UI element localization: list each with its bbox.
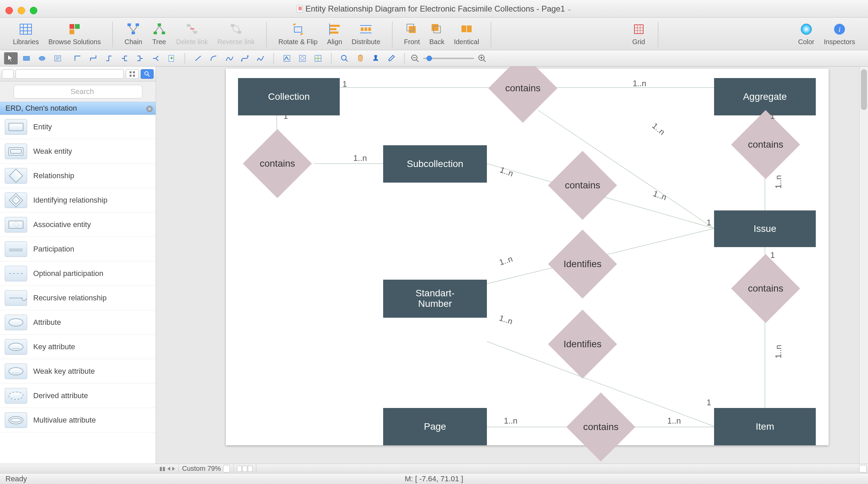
entity-collection[interactable]: Collection <box>238 78 340 115</box>
zoom-tool[interactable] <box>338 52 351 64</box>
stencil-recursive-relationship[interactable]: Recursive relationship <box>0 286 156 310</box>
stencil-label: Identifying relationship <box>33 196 107 205</box>
spline-tool[interactable] <box>222 52 236 64</box>
color-label: Color <box>798 38 814 46</box>
zoom-label-seg[interactable]: Custom 79% <box>179 464 234 473</box>
stencil-associative-entity[interactable]: Associative entity <box>0 212 156 237</box>
text-tool[interactable] <box>51 52 64 64</box>
entity-item[interactable]: Item <box>714 408 816 445</box>
stencil-key-attribute[interactable]: Key attribute <box>0 335 156 359</box>
arc-tool[interactable] <box>207 52 220 64</box>
browse-solutions-button[interactable]: Browse Solutions <box>44 20 106 47</box>
sidebar-search-view[interactable] <box>141 69 154 79</box>
zoom-in-icon[interactable] <box>477 54 487 63</box>
layout-buttons[interactable] <box>234 464 256 473</box>
eyedropper-tool[interactable] <box>384 52 398 64</box>
connector-split-tool[interactable] <box>149 52 163 64</box>
stencil-identifying-relationship[interactable]: Identifying relationship <box>0 188 156 212</box>
entity-standart-number[interactable]: Standart- Number <box>383 280 487 318</box>
stencil-entity[interactable]: Entity <box>0 115 156 139</box>
front-button[interactable]: Front <box>399 20 425 47</box>
connector-step-tool[interactable] <box>102 52 116 64</box>
zoom-track[interactable] <box>423 58 474 59</box>
stencil-close-icon[interactable]: ✕ <box>146 106 153 112</box>
maximize-window-button[interactable] <box>30 7 37 14</box>
search-input[interactable] <box>14 85 142 98</box>
ellipse-tool[interactable] <box>35 52 49 64</box>
corner-resize-icon[interactable] <box>859 465 867 472</box>
svg-rect-40 <box>634 25 643 34</box>
line-tool[interactable] <box>191 52 205 64</box>
rotate-flip-button[interactable]: Rotate & Flip <box>274 20 322 47</box>
inspectors-button[interactable]: i Inspectors <box>819 20 860 47</box>
zoom-out-icon[interactable] <box>410 54 420 63</box>
sidebar-ruler[interactable] <box>16 69 124 79</box>
connector-l-tool[interactable] <box>71 52 85 64</box>
stencil-derived-attribute[interactable]: Derived attribute <box>0 384 156 408</box>
freehand-tool[interactable] <box>254 52 267 64</box>
zoom-slider[interactable] <box>410 54 487 63</box>
connector-merge-tool[interactable] <box>134 52 147 64</box>
entity-label: Page <box>424 421 446 432</box>
stamp-tool[interactable] <box>369 52 382 64</box>
rel-identifies-2[interactable]: Identifies <box>548 310 617 379</box>
snap-grid-tool[interactable] <box>280 52 294 64</box>
sidebar-grid-view[interactable] <box>126 69 139 79</box>
stencil-weak-key-attribute[interactable]: Weak key attribute <box>0 359 156 384</box>
zoom-thumb[interactable] <box>427 56 432 61</box>
identical-button[interactable]: Identical <box>449 20 484 47</box>
minimize-window-button[interactable] <box>18 7 25 14</box>
libraries-button[interactable]: Libraries <box>8 20 44 47</box>
snap-object-tool[interactable] <box>296 52 309 64</box>
canvas-area[interactable]: Collection Aggregate Subcollection Issue… <box>156 67 868 464</box>
svg-line-12 <box>133 26 137 32</box>
close-window-button[interactable] <box>5 7 13 14</box>
entity-subcollection[interactable]: Subcollection <box>383 145 487 183</box>
stencil-optional-participation[interactable]: Optional participation <box>0 261 156 286</box>
zoom-stepper[interactable] <box>223 465 230 472</box>
vertical-scrollbar[interactable] <box>859 67 868 464</box>
sidebar-filter-dropdown[interactable] <box>2 69 14 79</box>
entity-issue[interactable]: Issue <box>714 210 816 247</box>
stencil-weak-entity[interactable]: Weak entity <box>0 139 156 164</box>
scrollbar-thumb[interactable] <box>861 69 867 110</box>
rectangle-tool[interactable] <box>20 52 33 64</box>
rel-contains-5[interactable]: contains <box>731 254 800 323</box>
reverse-link-button[interactable]: Reverse link <box>213 20 259 47</box>
rel-contains-3[interactable]: contains <box>548 151 617 220</box>
back-button[interactable]: Back <box>425 20 449 47</box>
prev-page-button[interactable] <box>167 467 170 471</box>
svg-rect-79 <box>130 75 132 77</box>
entity-aggregate[interactable]: Aggregate <box>714 78 816 115</box>
stencil-attribute[interactable]: Attribute <box>0 310 156 335</box>
title-dropdown-icon[interactable]: ⌵ <box>568 5 571 13</box>
connector-branch-tool[interactable] <box>118 52 132 64</box>
align-button[interactable]: Align <box>322 20 347 47</box>
document-icon <box>297 5 303 13</box>
stencil-header[interactable]: ERD, Chen's notation ✕ <box>0 102 156 115</box>
stencil-multivalue-attribute[interactable]: Multivalue attribute <box>0 408 156 432</box>
delete-link-button[interactable]: Delete link <box>172 20 213 47</box>
connector-elbow-tool[interactable] <box>87 52 100 64</box>
color-button[interactable]: Color <box>793 20 819 47</box>
distribute-button[interactable]: Distribute <box>347 20 385 47</box>
chain-button[interactable]: Chain <box>120 20 147 47</box>
pan-tool[interactable] <box>353 52 367 64</box>
insert-page-tool[interactable] <box>165 52 178 64</box>
pointer-tool[interactable] <box>4 52 18 64</box>
stencil-participation[interactable]: Participation <box>0 237 156 261</box>
rel-contains-4[interactable]: contains <box>731 110 800 179</box>
tree-button[interactable]: Tree <box>147 20 172 47</box>
canvas[interactable]: Collection Aggregate Subcollection Issue… <box>226 69 829 445</box>
bezier-tool[interactable] <box>238 52 252 64</box>
entity-page[interactable]: Page <box>383 408 487 445</box>
rel-contains-6[interactable]: contains <box>566 392 635 462</box>
rel-contains-1[interactable]: contains <box>488 67 557 123</box>
grid-button[interactable]: Grid <box>627 20 651 47</box>
cardinality: 1..n <box>498 254 514 267</box>
next-page-button[interactable] <box>172 467 175 471</box>
rel-identifies-1[interactable]: Identifies <box>548 229 617 299</box>
snap-guides-tool[interactable] <box>311 52 325 64</box>
stencil-relationship[interactable]: Relationship <box>0 164 156 188</box>
rel-contains-2[interactable]: contains <box>243 129 312 198</box>
